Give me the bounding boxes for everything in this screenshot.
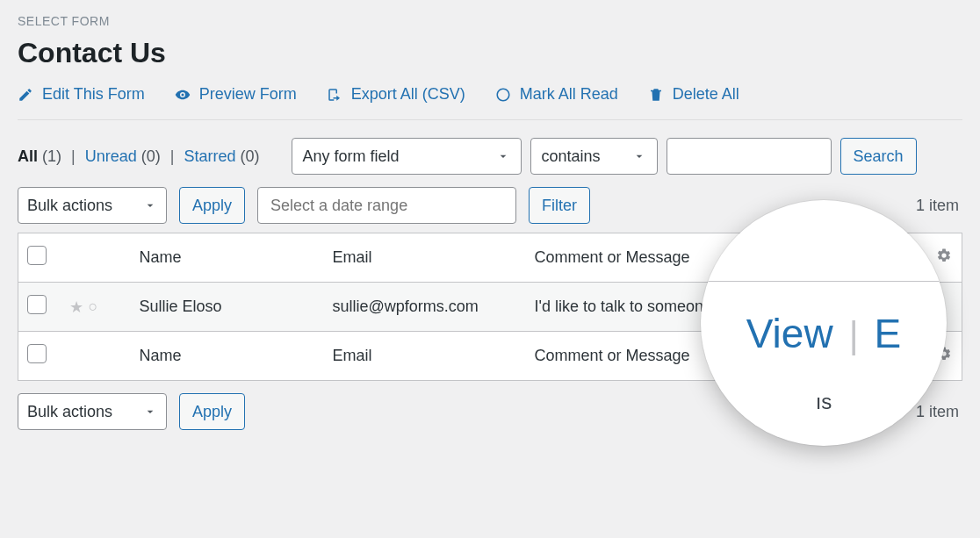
filter-button[interactable]: Filter <box>529 187 590 224</box>
select-all-checkbox-bottom[interactable] <box>27 344 47 363</box>
items-count-bottom: 1 item <box>916 403 959 421</box>
export-icon <box>327 87 342 103</box>
edit-form-label: Edit This Form <box>42 85 145 104</box>
items-count-top: 1 item <box>916 197 959 215</box>
operator-select-value: contains <box>542 147 601 166</box>
chevron-down-icon <box>143 198 157 212</box>
bulk-actions-select-bottom[interactable]: Bulk actions <box>18 393 167 430</box>
row-status-icons: ★ ○ <box>69 298 98 317</box>
select-all-checkbox-top[interactable] <box>27 246 47 265</box>
preview-form-label: Preview Form <box>199 85 297 104</box>
chevron-down-icon <box>143 405 157 419</box>
magnifier-divider <box>701 281 947 282</box>
filter-unread-count: (0) <box>141 147 161 165</box>
bulk-actions-value: Bulk actions <box>27 403 112 421</box>
column-header-name[interactable]: Name <box>131 233 324 283</box>
export-csv-link[interactable]: Export All (CSV) <box>327 85 465 104</box>
apply-button-bottom[interactable]: Apply <box>179 393 245 430</box>
star-icon[interactable]: ★ <box>69 298 83 317</box>
search-button[interactable]: Search <box>840 138 917 175</box>
form-field-select-value: Any form field <box>303 147 400 166</box>
cell-email: sullie@wpforms.com <box>324 283 526 332</box>
search-input[interactable] <box>667 138 832 175</box>
bulk-actions-value: Bulk actions <box>27 197 112 215</box>
gear-icon[interactable] <box>936 247 952 263</box>
mark-all-read-link[interactable]: Mark All Read <box>495 85 618 104</box>
page-title: Contact Us <box>18 37 962 69</box>
column-header-email[interactable]: Email <box>324 233 526 283</box>
magnifier-overlay: View | E ıs <box>701 200 947 446</box>
eye-icon <box>175 87 191 103</box>
select-form-label: SELECT FORM <box>18 14 962 28</box>
row-checkbox[interactable] <box>27 295 47 314</box>
filter-all-count: (1) <box>42 147 61 165</box>
action-links: Edit This Form Preview Form Export All (… <box>18 85 962 104</box>
view-filter-links: All (1) | Unread (0) | Starred (0) <box>18 147 260 166</box>
circle-icon <box>495 87 511 103</box>
chevron-down-icon <box>496 149 510 163</box>
bulk-actions-select[interactable]: Bulk actions <box>18 187 167 224</box>
mark-all-read-label: Mark All Read <box>520 85 618 104</box>
cell-name: Sullie Eloso <box>131 283 324 332</box>
filter-all-link[interactable]: All <box>18 147 38 165</box>
chevron-down-icon <box>632 149 646 163</box>
apply-button[interactable]: Apply <box>179 187 245 224</box>
delete-all-link[interactable]: Delete All <box>648 85 739 104</box>
form-field-select[interactable]: Any form field <box>292 138 522 175</box>
divider <box>18 119 962 120</box>
filters-row-top: All (1) | Unread (0) | Starred (0) Any f… <box>18 138 962 175</box>
separator: | <box>71 147 76 165</box>
separator: | <box>170 147 175 165</box>
preview-form-link[interactable]: Preview Form <box>175 85 297 104</box>
column-footer-email: Email <box>324 332 526 381</box>
column-footer-name: Name <box>131 332 324 381</box>
pencil-icon <box>18 87 33 103</box>
magnifier-edit-partial[interactable]: E <box>875 310 902 357</box>
delete-all-label: Delete All <box>673 85 739 104</box>
read-indicator-icon[interactable]: ○ <box>89 298 98 317</box>
magnifier-view-link[interactable]: View <box>746 310 833 357</box>
separator: | <box>849 314 859 356</box>
filter-starred-count: (0) <box>241 147 260 165</box>
magnifier-tail-text: ıs <box>816 390 832 414</box>
filter-starred-link[interactable]: Starred <box>184 147 236 165</box>
date-range-input[interactable] <box>257 187 516 224</box>
export-csv-label: Export All (CSV) <box>351 85 465 104</box>
operator-select[interactable]: contains <box>530 138 658 175</box>
trash-icon <box>648 87 664 103</box>
filter-unread-link[interactable]: Unread <box>85 147 137 165</box>
edit-form-link[interactable]: Edit This Form <box>18 85 145 104</box>
